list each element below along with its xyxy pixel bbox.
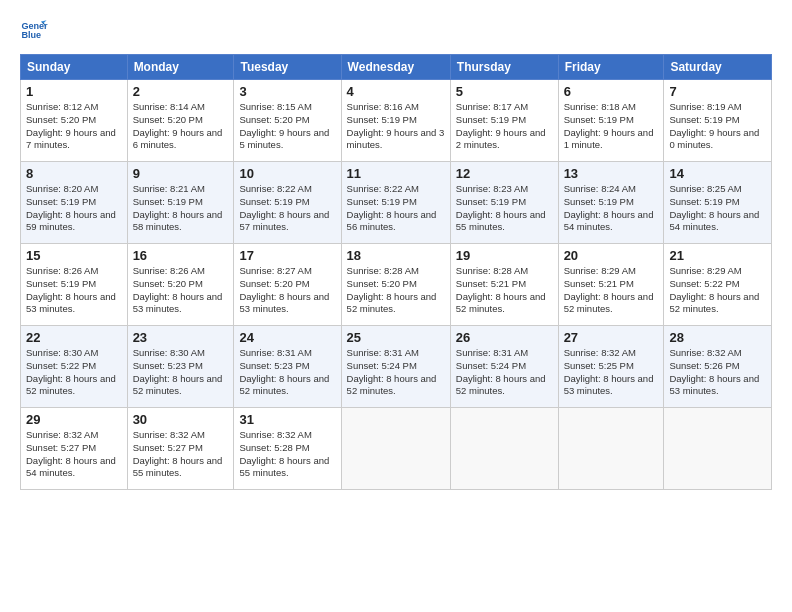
- logo-icon: General Blue: [20, 16, 48, 44]
- calendar-cell: [558, 408, 664, 490]
- calendar-cell: 7 Sunrise: 8:19 AMSunset: 5:19 PMDayligh…: [664, 80, 772, 162]
- calendar-cell: 21 Sunrise: 8:29 AMSunset: 5:22 PMDaylig…: [664, 244, 772, 326]
- day-info: Sunrise: 8:31 AMSunset: 5:23 PMDaylight:…: [239, 347, 335, 398]
- day-number: 28: [669, 330, 766, 345]
- calendar-cell: 4 Sunrise: 8:16 AMSunset: 5:19 PMDayligh…: [341, 80, 450, 162]
- day-info: Sunrise: 8:29 AMSunset: 5:21 PMDaylight:…: [564, 265, 659, 316]
- day-info: Sunrise: 8:28 AMSunset: 5:20 PMDaylight:…: [347, 265, 445, 316]
- calendar-cell: 11 Sunrise: 8:22 AMSunset: 5:19 PMDaylig…: [341, 162, 450, 244]
- day-number: 8: [26, 166, 122, 181]
- day-info: Sunrise: 8:30 AMSunset: 5:23 PMDaylight:…: [133, 347, 229, 398]
- day-info: Sunrise: 8:32 AMSunset: 5:28 PMDaylight:…: [239, 429, 335, 480]
- day-info: Sunrise: 8:32 AMSunset: 5:25 PMDaylight:…: [564, 347, 659, 398]
- day-number: 30: [133, 412, 229, 427]
- day-number: 20: [564, 248, 659, 263]
- day-info: Sunrise: 8:27 AMSunset: 5:20 PMDaylight:…: [239, 265, 335, 316]
- day-info: Sunrise: 8:31 AMSunset: 5:24 PMDaylight:…: [347, 347, 445, 398]
- day-number: 10: [239, 166, 335, 181]
- day-number: 26: [456, 330, 553, 345]
- day-number: 15: [26, 248, 122, 263]
- calendar-cell: 9 Sunrise: 8:21 AMSunset: 5:19 PMDayligh…: [127, 162, 234, 244]
- calendar-cell: 6 Sunrise: 8:18 AMSunset: 5:19 PMDayligh…: [558, 80, 664, 162]
- day-number: 25: [347, 330, 445, 345]
- day-info: Sunrise: 8:30 AMSunset: 5:22 PMDaylight:…: [26, 347, 122, 398]
- day-number: 11: [347, 166, 445, 181]
- calendar-cell: 12 Sunrise: 8:23 AMSunset: 5:19 PMDaylig…: [450, 162, 558, 244]
- calendar-cell: 27 Sunrise: 8:32 AMSunset: 5:25 PMDaylig…: [558, 326, 664, 408]
- calendar-cell: 30 Sunrise: 8:32 AMSunset: 5:27 PMDaylig…: [127, 408, 234, 490]
- header: General Blue: [20, 16, 772, 44]
- day-info: Sunrise: 8:22 AMSunset: 5:19 PMDaylight:…: [239, 183, 335, 234]
- day-info: Sunrise: 8:32 AMSunset: 5:27 PMDaylight:…: [133, 429, 229, 480]
- calendar-cell: 29 Sunrise: 8:32 AMSunset: 5:27 PMDaylig…: [21, 408, 128, 490]
- day-number: 24: [239, 330, 335, 345]
- day-number: 2: [133, 84, 229, 99]
- calendar-table: SundayMondayTuesdayWednesdayThursdayFrid…: [20, 54, 772, 490]
- calendar-header-monday: Monday: [127, 55, 234, 80]
- day-number: 7: [669, 84, 766, 99]
- day-info: Sunrise: 8:14 AMSunset: 5:20 PMDaylight:…: [133, 101, 229, 152]
- day-number: 29: [26, 412, 122, 427]
- day-number: 19: [456, 248, 553, 263]
- day-info: Sunrise: 8:26 AMSunset: 5:19 PMDaylight:…: [26, 265, 122, 316]
- day-number: 16: [133, 248, 229, 263]
- calendar-cell: 10 Sunrise: 8:22 AMSunset: 5:19 PMDaylig…: [234, 162, 341, 244]
- calendar-cell: 1 Sunrise: 8:12 AMSunset: 5:20 PMDayligh…: [21, 80, 128, 162]
- day-info: Sunrise: 8:21 AMSunset: 5:19 PMDaylight:…: [133, 183, 229, 234]
- day-number: 21: [669, 248, 766, 263]
- calendar-header-sunday: Sunday: [21, 55, 128, 80]
- calendar-cell: 25 Sunrise: 8:31 AMSunset: 5:24 PMDaylig…: [341, 326, 450, 408]
- day-info: Sunrise: 8:15 AMSunset: 5:20 PMDaylight:…: [239, 101, 335, 152]
- day-number: 13: [564, 166, 659, 181]
- day-info: Sunrise: 8:20 AMSunset: 5:19 PMDaylight:…: [26, 183, 122, 234]
- day-number: 9: [133, 166, 229, 181]
- day-number: 12: [456, 166, 553, 181]
- calendar-cell: 13 Sunrise: 8:24 AMSunset: 5:19 PMDaylig…: [558, 162, 664, 244]
- day-info: Sunrise: 8:12 AMSunset: 5:20 PMDaylight:…: [26, 101, 122, 152]
- day-number: 17: [239, 248, 335, 263]
- calendar-cell: [664, 408, 772, 490]
- calendar-cell: 2 Sunrise: 8:14 AMSunset: 5:20 PMDayligh…: [127, 80, 234, 162]
- calendar-cell: 17 Sunrise: 8:27 AMSunset: 5:20 PMDaylig…: [234, 244, 341, 326]
- day-number: 5: [456, 84, 553, 99]
- calendar-cell: 22 Sunrise: 8:30 AMSunset: 5:22 PMDaylig…: [21, 326, 128, 408]
- calendar-cell: 14 Sunrise: 8:25 AMSunset: 5:19 PMDaylig…: [664, 162, 772, 244]
- calendar-cell: 19 Sunrise: 8:28 AMSunset: 5:21 PMDaylig…: [450, 244, 558, 326]
- day-info: Sunrise: 8:23 AMSunset: 5:19 PMDaylight:…: [456, 183, 553, 234]
- day-info: Sunrise: 8:17 AMSunset: 5:19 PMDaylight:…: [456, 101, 553, 152]
- calendar-week-4: 22 Sunrise: 8:30 AMSunset: 5:22 PMDaylig…: [21, 326, 772, 408]
- calendar-header-thursday: Thursday: [450, 55, 558, 80]
- calendar-cell: 16 Sunrise: 8:26 AMSunset: 5:20 PMDaylig…: [127, 244, 234, 326]
- day-number: 22: [26, 330, 122, 345]
- calendar-cell: 5 Sunrise: 8:17 AMSunset: 5:19 PMDayligh…: [450, 80, 558, 162]
- calendar-header-wednesday: Wednesday: [341, 55, 450, 80]
- day-info: Sunrise: 8:19 AMSunset: 5:19 PMDaylight:…: [669, 101, 766, 152]
- day-number: 4: [347, 84, 445, 99]
- logo: General Blue: [20, 16, 48, 44]
- day-number: 27: [564, 330, 659, 345]
- day-info: Sunrise: 8:31 AMSunset: 5:24 PMDaylight:…: [456, 347, 553, 398]
- calendar-header-saturday: Saturday: [664, 55, 772, 80]
- day-info: Sunrise: 8:22 AMSunset: 5:19 PMDaylight:…: [347, 183, 445, 234]
- calendar-cell: 24 Sunrise: 8:31 AMSunset: 5:23 PMDaylig…: [234, 326, 341, 408]
- day-number: 18: [347, 248, 445, 263]
- calendar-cell: 31 Sunrise: 8:32 AMSunset: 5:28 PMDaylig…: [234, 408, 341, 490]
- day-info: Sunrise: 8:25 AMSunset: 5:19 PMDaylight:…: [669, 183, 766, 234]
- day-info: Sunrise: 8:29 AMSunset: 5:22 PMDaylight:…: [669, 265, 766, 316]
- calendar-cell: 23 Sunrise: 8:30 AMSunset: 5:23 PMDaylig…: [127, 326, 234, 408]
- day-number: 6: [564, 84, 659, 99]
- calendar-cell: 8 Sunrise: 8:20 AMSunset: 5:19 PMDayligh…: [21, 162, 128, 244]
- calendar-cell: 20 Sunrise: 8:29 AMSunset: 5:21 PMDaylig…: [558, 244, 664, 326]
- day-info: Sunrise: 8:18 AMSunset: 5:19 PMDaylight:…: [564, 101, 659, 152]
- calendar-cell: 15 Sunrise: 8:26 AMSunset: 5:19 PMDaylig…: [21, 244, 128, 326]
- calendar-cell: [450, 408, 558, 490]
- svg-text:Blue: Blue: [21, 30, 41, 40]
- calendar-header-friday: Friday: [558, 55, 664, 80]
- day-number: 14: [669, 166, 766, 181]
- calendar-cell: 3 Sunrise: 8:15 AMSunset: 5:20 PMDayligh…: [234, 80, 341, 162]
- day-number: 3: [239, 84, 335, 99]
- day-info: Sunrise: 8:32 AMSunset: 5:26 PMDaylight:…: [669, 347, 766, 398]
- calendar-week-3: 15 Sunrise: 8:26 AMSunset: 5:19 PMDaylig…: [21, 244, 772, 326]
- calendar-week-2: 8 Sunrise: 8:20 AMSunset: 5:19 PMDayligh…: [21, 162, 772, 244]
- calendar-header-row: SundayMondayTuesdayWednesdayThursdayFrid…: [21, 55, 772, 80]
